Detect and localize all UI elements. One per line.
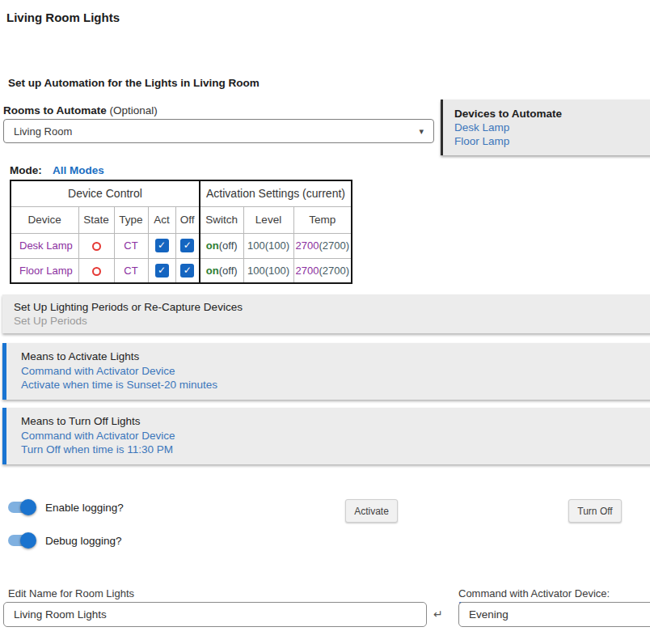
level-cell: 100(100) <box>243 258 293 283</box>
activator-command-label-text: Command with Activator Device: <box>458 587 610 600</box>
col-header-temp: Temp <box>293 206 352 233</box>
section-heading: Set up Automation for the Lights in Livi… <box>8 77 260 89</box>
activator-command-input[interactable] <box>458 602 650 627</box>
state-cell <box>78 258 114 283</box>
col-header-switch: Switch <box>200 206 243 233</box>
switch-off-link[interactable]: (off) <box>219 265 238 277</box>
rooms-label-optional: (Optional) <box>110 104 158 117</box>
table-group-header: Device Control Activation Settings (curr… <box>11 180 352 206</box>
device-control-table: Device Control Activation Settings (curr… <box>10 180 352 284</box>
rooms-label: Rooms to Automate (Optional) <box>3 104 158 117</box>
col-header-off: Off <box>175 206 200 233</box>
mode-label: Mode: <box>10 164 42 176</box>
rooms-label-main: Rooms to Automate <box>3 104 107 117</box>
switch-cell: on(off) <box>200 233 243 258</box>
level-current: (100) <box>265 239 289 252</box>
switch-off-link[interactable]: (off) <box>219 239 238 252</box>
temp-cell: 2700(2700) <box>293 233 352 258</box>
devices-panel-title: Devices to Automate <box>454 107 646 121</box>
type-cell: CT <box>114 258 148 283</box>
switch-on-link[interactable]: on <box>206 239 219 252</box>
room-lights-page: Living Room Lights Set up Automation for… <box>0 0 650 644</box>
switch-on-link[interactable]: on <box>206 265 219 277</box>
device-link-floor-lamp[interactable]: Floor Lamp <box>454 134 646 148</box>
turnoff-time-link[interactable]: Turn Off when time is 11:30 PM <box>21 443 650 457</box>
device-link-desk-lamp[interactable]: Desk Lamp <box>454 121 646 134</box>
temp-value: 2700 <box>296 239 319 252</box>
activate-time-link[interactable]: Activate when time is Sunset-20 minutes <box>21 378 650 392</box>
set-up-periods-link[interactable]: Set Up Periods <box>14 314 650 328</box>
table-row: Desk Lamp CT ✓ ✓ on(off) 100(100) 2700(2… <box>11 233 352 258</box>
level-value: 100 <box>247 265 265 277</box>
off-cell: ✓ <box>175 258 200 283</box>
switch-cell: on(off) <box>200 258 243 283</box>
room-lights-name-input[interactable] <box>3 602 427 627</box>
device-name-link[interactable]: Floor Lamp <box>11 258 78 283</box>
turnoff-activator-device-link[interactable]: Command with Activator Device <box>21 429 650 443</box>
rooms-select-value: Living Room <box>14 125 72 138</box>
turnoff-box-title: Means to Turn Off Lights <box>21 414 650 429</box>
mode-row: Mode: All Modes <box>10 164 104 176</box>
temp-current: (2700) <box>319 239 349 252</box>
off-cell: ✓ <box>175 233 200 258</box>
group-header-device-control: Device Control <box>11 180 200 206</box>
mode-link[interactable]: All Modes <box>53 164 104 176</box>
periods-box-title: Set Up Lighting Periods or Re-Capture De… <box>14 300 650 314</box>
act-cell: ✓ <box>148 233 175 258</box>
table-column-header: Device State Type Act Off Switch Level T… <box>11 206 352 233</box>
act-checkbox[interactable]: ✓ <box>155 239 169 252</box>
off-checkbox[interactable]: ✓ <box>180 239 194 252</box>
debug-logging-label: Debug logging? <box>45 535 122 547</box>
col-header-state: State <box>78 206 114 233</box>
state-off-icon <box>92 267 101 276</box>
col-header-type: Type <box>114 206 148 233</box>
means-to-activate-box: Means to Activate Lights Command with Ac… <box>2 343 650 400</box>
enable-logging-toggle-thumb[interactable] <box>20 499 36 515</box>
col-header-device: Device <box>11 206 78 233</box>
state-off-icon <box>92 242 101 251</box>
act-checkbox[interactable]: ✓ <box>155 264 169 278</box>
level-cell: 100(100) <box>243 233 293 258</box>
table-row: Floor Lamp CT ✓ ✓ on(off) 100(100) 2700(… <box>11 258 352 283</box>
temp-cell: 2700(2700) <box>293 258 352 283</box>
act-cell: ✓ <box>148 258 175 283</box>
turn-off-button[interactable]: Turn Off <box>568 499 622 523</box>
device-name-link[interactable]: Desk Lamp <box>11 233 78 258</box>
level-value: 100 <box>247 239 265 252</box>
means-to-turn-off-box: Means to Turn Off Lights Command with Ac… <box>2 408 650 464</box>
activator-device-link[interactable]: Command with Activator Device <box>21 364 650 379</box>
chevron-down-icon: ▾ <box>419 126 424 137</box>
activate-button[interactable]: Activate <box>345 499 398 523</box>
col-header-level: Level <box>243 206 293 233</box>
rooms-select[interactable]: Living Room ▾ <box>3 119 434 143</box>
group-header-activation-settings: Activation Settings (current) <box>200 180 352 206</box>
edit-name-label: Edit Name for Room Lights <box>8 587 134 600</box>
off-checkbox[interactable]: ✓ <box>180 264 194 278</box>
type-cell: CT <box>114 233 148 258</box>
periods-box: Set Up Lighting Periods or Re-Capture De… <box>2 294 650 333</box>
temp-current: (2700) <box>319 265 349 277</box>
temp-value: 2700 <box>296 265 319 277</box>
debug-logging-toggle-thumb[interactable] <box>20 532 36 549</box>
level-current: (100) <box>265 265 289 277</box>
enter-icon: ↵ <box>433 608 443 621</box>
activate-box-title: Means to Activate Lights <box>21 350 650 364</box>
devices-panel: Devices to Automate Desk Lamp Floor Lamp <box>441 100 650 155</box>
page-title: Living Room Lights <box>6 11 120 24</box>
col-header-act: Act <box>148 206 175 233</box>
enable-logging-label: Enable logging? <box>45 502 124 514</box>
state-cell <box>78 233 114 258</box>
